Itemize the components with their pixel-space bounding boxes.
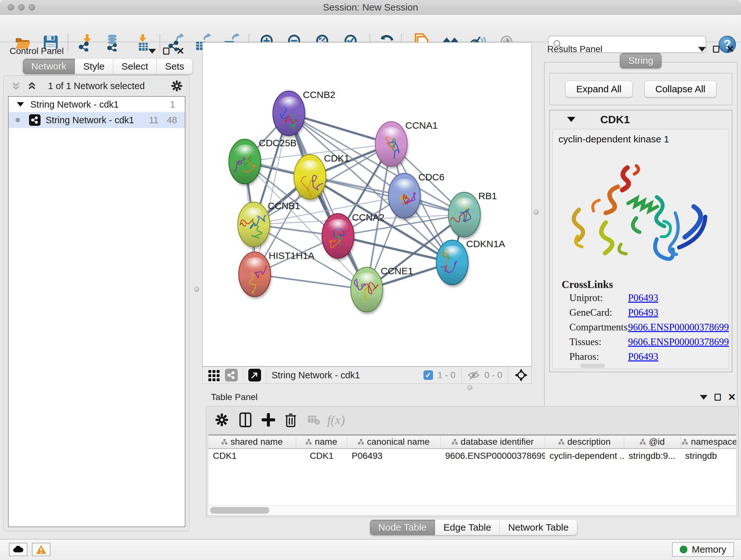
table-toolbar: f(x) xyxy=(206,407,738,433)
node-CDK1[interactable]: CDK1 xyxy=(294,153,349,201)
warning-status-button[interactable] xyxy=(32,543,51,556)
network-collection-row[interactable]: String Network - cdk1 1 xyxy=(9,97,185,112)
network-view-statusbar: String Network - cdk1 ✓ 1 - 0 0 - 0 xyxy=(202,367,532,384)
network-share-icon[interactable] xyxy=(225,369,238,381)
collapse-all-button[interactable]: Collapse All xyxy=(644,81,717,98)
horizontal-scrollbar[interactable] xyxy=(208,505,736,515)
node-CDC6[interactable]: CDC6 xyxy=(388,172,445,220)
gene-section-header[interactable]: CDK1 xyxy=(550,111,732,128)
bottom-splitter-handle[interactable] xyxy=(467,385,472,390)
tab-style[interactable]: Style xyxy=(75,59,113,74)
column-header[interactable]: database identifier xyxy=(441,435,545,448)
collapse-panel-icon[interactable] xyxy=(700,395,708,400)
tab-node-table[interactable]: Node Table xyxy=(370,520,435,535)
tab-sets[interactable]: Sets xyxy=(157,59,192,74)
delete-table-icon[interactable] xyxy=(305,411,323,429)
table-content-box: f(x) shared name name canonical name dat… xyxy=(206,406,739,517)
cloud-status-button[interactable] xyxy=(9,543,27,556)
tab-string[interactable]: String xyxy=(620,53,662,68)
column-header[interactable]: description xyxy=(545,435,624,448)
string-results-content: Expand All Collapse All CDK1 cyclin-depe… xyxy=(544,62,738,432)
table-panel: Table Panel ✕ f(x) xyxy=(206,390,741,537)
crosslinks-heading: CrossLinks xyxy=(562,279,613,291)
function-builder-icon[interactable]: f(x) xyxy=(327,411,345,429)
collapse-panel-icon[interactable] xyxy=(148,49,156,54)
tab-network-table[interactable]: Network Table xyxy=(500,520,577,535)
crosslink-link[interactable]: P06493 xyxy=(628,292,658,304)
selected-checkbox-icon[interactable]: ✓ xyxy=(423,370,433,380)
memory-button[interactable]: Memory xyxy=(672,542,734,557)
node-RB1[interactable]: RB1 xyxy=(447,191,497,239)
network-graph[interactable]: CCNB2CCNA1CDC25BCDK1CDC6RB1CCNB1CCNA2CDK… xyxy=(203,43,531,366)
tab-edge-table[interactable]: Edge Table xyxy=(435,520,500,535)
close-panel-icon[interactable]: ✕ xyxy=(177,46,185,56)
control-panel: Control Panel ✕ Network Style Select Set… xyxy=(3,44,190,533)
delete-column-icon[interactable] xyxy=(281,411,300,429)
node-CDC25B[interactable]: CDC25B xyxy=(229,138,296,186)
network-icon xyxy=(29,114,41,126)
column-header[interactable]: namespace xyxy=(681,435,736,448)
gear-icon[interactable] xyxy=(212,411,231,429)
left-splitter-handle[interactable] xyxy=(194,287,199,292)
close-panel-icon[interactable]: ✕ xyxy=(728,392,736,402)
open-in-new-window-icon[interactable] xyxy=(248,369,261,381)
node-label-CCNA1: CCNA1 xyxy=(405,120,438,131)
table-row[interactable]: CDK1 CDK1 P06493 9606.ENSP00000378699 cy… xyxy=(208,449,736,463)
columns-icon[interactable] xyxy=(236,411,255,429)
horizontal-scrollbar[interactable] xyxy=(580,364,605,368)
column-header[interactable]: @id xyxy=(624,435,681,448)
close-panel-icon[interactable]: ✕ xyxy=(726,44,734,54)
crosslink-link[interactable]: P06493 xyxy=(628,307,658,318)
grid-view-icon[interactable] xyxy=(208,369,220,381)
float-panel-icon[interactable] xyxy=(163,48,170,55)
right-splitter-handle[interactable] xyxy=(534,209,539,214)
crosslink-link[interactable]: 9606.ENSP00000378699 xyxy=(628,321,729,333)
edge-CCNB2-CCNE1[interactable] xyxy=(289,113,367,290)
titlebar: Session: New Session xyxy=(0,0,741,15)
node-CCNE1[interactable]: CCNE1 xyxy=(351,266,413,314)
hidden-count: 0 - 0 xyxy=(484,370,502,380)
expand-collapse-bar: Expand All Collapse All xyxy=(549,73,732,105)
node-label-CCNB1: CCNB1 xyxy=(268,200,300,211)
network-canvas[interactable]: CCNB2CCNA1CDC25BCDK1CDC6RB1CCNB1CCNA2CDK… xyxy=(202,42,532,367)
control-panel-title: Control Panel xyxy=(10,46,64,56)
add-column-icon[interactable] xyxy=(259,411,278,429)
memory-label: Memory xyxy=(692,544,726,555)
crosslink-link[interactable]: 9606.ENSP00000378699 xyxy=(628,336,729,348)
table-tabs: Node Table Edge Table Network Table xyxy=(370,520,577,535)
collapse-gene-icon[interactable] xyxy=(567,117,576,122)
node-CCNA1[interactable]: CCNA1 xyxy=(375,120,438,169)
float-panel-icon[interactable] xyxy=(713,46,719,53)
node-label-CCNA2: CCNA2 xyxy=(352,212,385,223)
gene-description: cyclin-dependent kinase 1 xyxy=(558,134,669,145)
crosslink-label: GeneCard: xyxy=(569,307,612,318)
current-network-dot xyxy=(16,118,20,122)
collection-name: String Network - cdk1 xyxy=(30,99,119,110)
collapse-panel-icon[interactable] xyxy=(698,47,706,52)
float-panel-icon[interactable] xyxy=(715,394,721,401)
node-HIST1H1A[interactable]: HIST1H1A xyxy=(239,250,314,299)
column-header[interactable]: shared name xyxy=(208,435,296,448)
node-label-CDC25B: CDC25B xyxy=(259,138,296,148)
collection-count: 1 xyxy=(170,99,175,110)
node-CDKN1A[interactable]: CDKN1A xyxy=(436,239,505,287)
tree-expand-icon[interactable] xyxy=(17,102,24,107)
expand-all-button[interactable]: Expand All xyxy=(565,81,633,98)
node-count: 11 xyxy=(149,115,158,125)
scrollbar-thumb[interactable] xyxy=(210,507,269,514)
gear-icon[interactable] xyxy=(171,80,183,92)
node-CCNB2[interactable]: CCNB2 xyxy=(273,89,335,138)
node-CCNB1[interactable]: CCNB1 xyxy=(238,200,300,249)
crosslink-link[interactable]: P06493 xyxy=(628,351,658,362)
network-row[interactable]: String Network - cdk1 11 48 xyxy=(9,112,185,128)
protein-structure-image xyxy=(561,159,721,273)
results-panel: Results Panel ✕ String Expand All Collap… xyxy=(543,42,739,391)
birdseye-view-icon[interactable] xyxy=(514,368,528,382)
tab-select[interactable]: Select xyxy=(113,59,157,74)
column-header[interactable]: canonical name xyxy=(347,435,441,448)
node-table[interactable]: shared name name canonical name database… xyxy=(208,435,736,515)
tab-network[interactable]: Network xyxy=(23,59,75,74)
selected-count: 1 - 0 xyxy=(437,370,455,380)
column-header[interactable]: name xyxy=(296,435,347,448)
hidden-eye-icon[interactable] xyxy=(467,370,480,381)
